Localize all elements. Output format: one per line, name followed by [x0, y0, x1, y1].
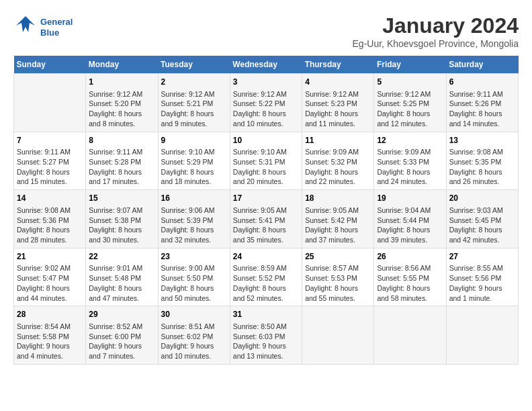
day-info: Sunrise: 8:59 AMSunset: 5:52 PMDaylight:…: [233, 263, 299, 303]
day-info: Sunrise: 9:10 AMSunset: 5:29 PMDaylight:…: [161, 147, 227, 187]
calendar-cell: 18Sunrise: 9:05 AMSunset: 5:42 PMDayligh…: [302, 190, 374, 248]
header-saturday: Saturday: [446, 56, 518, 74]
day-info: Sunrise: 9:02 AMSunset: 5:47 PMDaylight:…: [17, 263, 83, 303]
day-number: 9: [161, 135, 227, 146]
day-number: 28: [17, 309, 83, 320]
calendar-cell: 14Sunrise: 9:08 AMSunset: 5:36 PMDayligh…: [14, 190, 86, 248]
header-thursday: Thursday: [302, 56, 374, 74]
week-row-2: 7Sunrise: 9:11 AMSunset: 5:27 PMDaylight…: [14, 132, 519, 190]
logo-line2: Blue: [40, 28, 59, 38]
week-row-1: 1Sunrise: 9:12 AMSunset: 5:20 PMDaylight…: [14, 74, 519, 132]
calendar-cell: 10Sunrise: 9:10 AMSunset: 5:31 PMDayligh…: [230, 132, 302, 190]
header-friday: Friday: [374, 56, 446, 74]
logo: General Blue: [13, 13, 73, 42]
calendar-cell: 13Sunrise: 9:08 AMSunset: 5:35 PMDayligh…: [446, 132, 518, 190]
calendar-header-row: SundayMondayTuesdayWednesdayThursdayFrid…: [14, 56, 519, 74]
day-info: Sunrise: 8:55 AMSunset: 5:56 PMDaylight:…: [449, 263, 515, 303]
day-number: 13: [449, 135, 515, 146]
calendar-cell: 4Sunrise: 9:12 AMSunset: 5:23 PMDaylight…: [302, 74, 374, 132]
day-number: 11: [305, 135, 371, 146]
header-tuesday: Tuesday: [158, 56, 230, 74]
day-info: Sunrise: 8:50 AMSunset: 6:03 PMDaylight:…: [233, 322, 299, 361]
day-info: Sunrise: 9:09 AMSunset: 5:33 PMDaylight:…: [377, 147, 443, 187]
calendar-cell: 5Sunrise: 9:12 AMSunset: 5:25 PMDaylight…: [374, 74, 446, 132]
header-sunday: Sunday: [14, 56, 86, 74]
day-number: 12: [377, 135, 443, 146]
calendar-cell: 24Sunrise: 8:59 AMSunset: 5:52 PMDayligh…: [230, 248, 302, 306]
calendar-cell: 20Sunrise: 9:03 AMSunset: 5:45 PMDayligh…: [446, 190, 518, 248]
calendar-cell: 3Sunrise: 9:12 AMSunset: 5:22 PMDaylight…: [230, 74, 302, 132]
calendar-cell: 8Sunrise: 9:11 AMSunset: 5:28 PMDaylight…: [86, 132, 158, 190]
day-number: 21: [17, 251, 83, 263]
day-number: 1: [89, 77, 154, 88]
day-number: 24: [233, 251, 299, 263]
day-number: 3: [233, 77, 299, 88]
day-number: 15: [89, 193, 154, 204]
day-info: Sunrise: 9:12 AMSunset: 5:23 PMDaylight:…: [305, 89, 371, 129]
day-info: Sunrise: 8:51 AMSunset: 6:02 PMDaylight:…: [161, 322, 227, 361]
calendar-cell: 16Sunrise: 9:06 AMSunset: 5:39 PMDayligh…: [158, 190, 230, 248]
logo-line1: General: [40, 17, 73, 27]
day-number: 4: [305, 77, 371, 88]
day-info: Sunrise: 9:09 AMSunset: 5:32 PMDaylight:…: [305, 147, 371, 187]
calendar-cell: 9Sunrise: 9:10 AMSunset: 5:29 PMDaylight…: [158, 132, 230, 190]
calendar-cell: 29Sunrise: 8:52 AMSunset: 6:00 PMDayligh…: [86, 306, 158, 365]
day-info: Sunrise: 9:01 AMSunset: 5:48 PMDaylight:…: [89, 263, 154, 303]
day-info: Sunrise: 9:08 AMSunset: 5:35 PMDaylight:…: [449, 147, 515, 187]
day-info: Sunrise: 9:03 AMSunset: 5:45 PMDaylight:…: [449, 205, 515, 245]
day-number: 19: [377, 193, 443, 204]
calendar-cell: 11Sunrise: 9:09 AMSunset: 5:32 PMDayligh…: [302, 132, 374, 190]
day-number: 25: [305, 251, 371, 263]
day-info: Sunrise: 9:08 AMSunset: 5:36 PMDaylight:…: [17, 205, 83, 245]
day-number: 18: [305, 193, 371, 204]
day-info: Sunrise: 9:05 AMSunset: 5:41 PMDaylight:…: [233, 205, 299, 245]
calendar-cell: 15Sunrise: 9:07 AMSunset: 5:38 PMDayligh…: [86, 190, 158, 248]
day-info: Sunrise: 9:00 AMSunset: 5:50 PMDaylight:…: [161, 263, 227, 303]
day-info: Sunrise: 9:12 AMSunset: 5:20 PMDaylight:…: [89, 89, 154, 129]
calendar-cell: 6Sunrise: 9:11 AMSunset: 5:26 PMDaylight…: [446, 74, 518, 132]
calendar-cell: 19Sunrise: 9:04 AMSunset: 5:44 PMDayligh…: [374, 190, 446, 248]
day-info: Sunrise: 9:05 AMSunset: 5:42 PMDaylight:…: [305, 205, 371, 245]
day-info: Sunrise: 9:11 AMSunset: 5:28 PMDaylight:…: [89, 147, 154, 187]
calendar-table: SundayMondayTuesdayWednesdayThursdayFrid…: [13, 56, 519, 365]
title-section: January 2024 Eg-Uur, Khoevsgoel Province…: [353, 13, 519, 49]
day-info: Sunrise: 9:07 AMSunset: 5:38 PMDaylight:…: [89, 205, 154, 245]
day-info: Sunrise: 9:12 AMSunset: 5:21 PMDaylight:…: [161, 89, 227, 129]
day-info: Sunrise: 8:52 AMSunset: 6:00 PMDaylight:…: [89, 322, 154, 361]
day-number: 5: [377, 77, 443, 88]
day-info: Sunrise: 9:11 AMSunset: 5:26 PMDaylight:…: [449, 89, 515, 129]
calendar-cell: 12Sunrise: 9:09 AMSunset: 5:33 PMDayligh…: [374, 132, 446, 190]
day-number: 22: [89, 251, 154, 263]
day-number: 31: [233, 309, 299, 320]
day-number: 29: [89, 309, 154, 320]
day-info: Sunrise: 9:12 AMSunset: 5:25 PMDaylight:…: [377, 89, 443, 129]
logo-icon: [13, 13, 38, 42]
calendar-cell: 26Sunrise: 8:56 AMSunset: 5:55 PMDayligh…: [374, 248, 446, 306]
calendar-cell: 31Sunrise: 8:50 AMSunset: 6:03 PMDayligh…: [230, 306, 302, 365]
logo-text: General Blue: [40, 17, 73, 38]
week-row-5: 28Sunrise: 8:54 AMSunset: 5:58 PMDayligh…: [14, 306, 519, 365]
header: General Blue January 2024 Eg-Uur, Khoevs…: [13, 13, 519, 49]
calendar-cell: [302, 306, 374, 365]
day-info: Sunrise: 8:57 AMSunset: 5:53 PMDaylight:…: [305, 263, 371, 303]
calendar-cell: 17Sunrise: 9:05 AMSunset: 5:41 PMDayligh…: [230, 190, 302, 248]
day-info: Sunrise: 8:54 AMSunset: 5:58 PMDaylight:…: [17, 322, 83, 361]
week-row-3: 14Sunrise: 9:08 AMSunset: 5:36 PMDayligh…: [14, 190, 519, 248]
page-title: January 2024: [353, 13, 519, 38]
calendar-cell: 23Sunrise: 9:00 AMSunset: 5:50 PMDayligh…: [158, 248, 230, 306]
day-number: 26: [377, 251, 443, 263]
day-number: 20: [449, 193, 515, 204]
day-number: 2: [161, 77, 227, 88]
day-number: 17: [233, 193, 299, 204]
day-info: Sunrise: 9:12 AMSunset: 5:22 PMDaylight:…: [233, 89, 299, 129]
day-info: Sunrise: 9:10 AMSunset: 5:31 PMDaylight:…: [233, 147, 299, 187]
calendar-cell: 25Sunrise: 8:57 AMSunset: 5:53 PMDayligh…: [302, 248, 374, 306]
calendar-cell: 28Sunrise: 8:54 AMSunset: 5:58 PMDayligh…: [14, 306, 86, 365]
day-info: Sunrise: 8:56 AMSunset: 5:55 PMDaylight:…: [377, 263, 443, 303]
calendar-cell: 2Sunrise: 9:12 AMSunset: 5:21 PMDaylight…: [158, 74, 230, 132]
page-subtitle: Eg-Uur, Khoevsgoel Province, Mongolia: [353, 38, 519, 49]
day-number: 6: [449, 77, 515, 88]
calendar-cell: 7Sunrise: 9:11 AMSunset: 5:27 PMDaylight…: [14, 132, 86, 190]
calendar-cell: [14, 74, 86, 132]
day-info: Sunrise: 9:04 AMSunset: 5:44 PMDaylight:…: [377, 205, 443, 245]
